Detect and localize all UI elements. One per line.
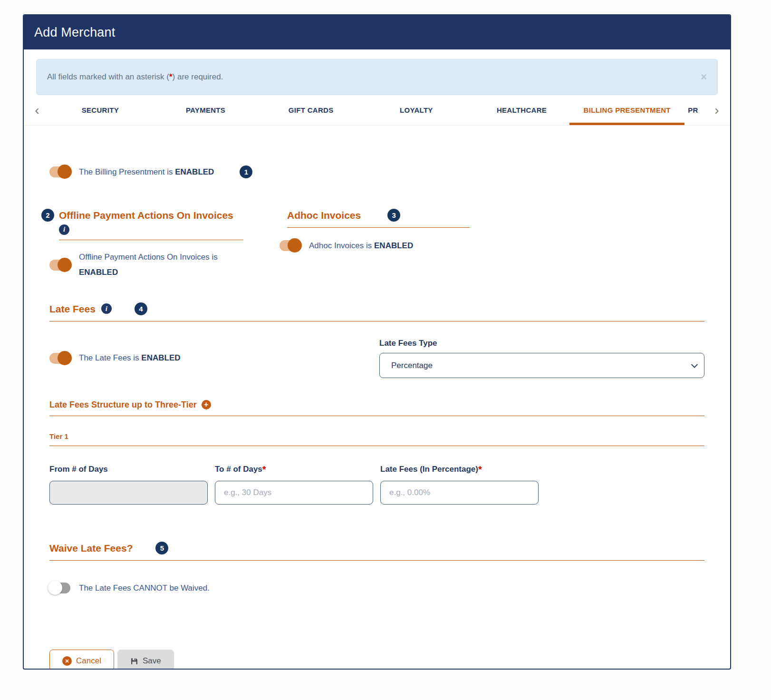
- toggle-label-text: Offline Payment Actions On Invoices is: [79, 253, 218, 262]
- save-button[interactable]: Save: [117, 650, 174, 670]
- modal-header: Add Merchant: [24, 15, 730, 49]
- late-fees-toggle-label: The Late Fees is ENABLED: [79, 353, 181, 363]
- tab-payments[interactable]: PAYMENTS: [153, 95, 259, 125]
- info-icon[interactable]: i: [59, 224, 69, 235]
- tab-gift-cards[interactable]: GIFT CARDS: [258, 95, 364, 125]
- adhoc-section-title: Adhoc Invoices: [287, 209, 361, 222]
- toggle-knob: [58, 351, 72, 365]
- adhoc-invoices-toggle[interactable]: [279, 240, 300, 251]
- late-fees-controls-row: The Late Fees is ENABLED Late Fees Type …: [49, 339, 704, 378]
- required-asterisk: *: [169, 72, 173, 81]
- late-fees-toggle[interactable]: [49, 353, 70, 364]
- required-asterisk: *: [478, 464, 482, 475]
- waive-late-fees-title: Waive Late Fees?: [49, 542, 133, 554]
- step-badge-1: 1: [240, 165, 252, 178]
- tab-bar: ‹ SECURITY PAYMENTS GIFT CARDS LOYALTY H…: [24, 95, 730, 126]
- late-fees-percentage-field: Late Fees (In Percentage)*: [380, 464, 539, 505]
- offline-payment-actions-section: 2 Offline Payment Actions On Invoices i …: [49, 209, 258, 281]
- late-fees-section-header: Late Fees i 4: [49, 302, 704, 321]
- chevron-left-icon[interactable]: ‹: [27, 95, 48, 125]
- offline-toggle-label: Offline Payment Actions On Invoices is E…: [79, 250, 250, 281]
- tab-pr-truncated[interactable]: PR: [680, 95, 706, 125]
- tier-1-header: Tier 1: [49, 432, 704, 446]
- billing-presentment-toggle-label: The Billing Presentment is ENABLED: [79, 167, 214, 177]
- cancel-button-label: Cancel: [76, 656, 101, 666]
- tab-healthcare[interactable]: HEALTHCARE: [469, 95, 575, 125]
- add-tier-icon[interactable]: +: [202, 400, 211, 409]
- offline-adhoc-section: 2 Offline Payment Actions On Invoices i …: [49, 209, 704, 281]
- waive-late-fees-toggle[interactable]: [49, 583, 70, 593]
- required-asterisk: *: [262, 464, 266, 475]
- info-icon[interactable]: i: [101, 303, 112, 314]
- toggle-label-text: Adhoc Invoices is: [309, 241, 372, 250]
- banner-text-prefix: All fields marked with an asterisk (: [47, 72, 169, 81]
- offline-section-header: Offline Payment Actions On Invoices i: [59, 209, 243, 240]
- toggle-state-text: ENABLED: [141, 353, 180, 362]
- toggle-label-text: The Billing Presentment is: [79, 167, 173, 176]
- save-button-label: Save: [143, 656, 161, 666]
- billing-presentment-toggle-row: The Billing Presentment is ENABLED 1: [49, 165, 704, 178]
- banner-message: All fields marked with an asterisk (*) a…: [47, 72, 223, 82]
- waive-late-fees-section-header: Waive Late Fees? 5: [49, 542, 704, 561]
- offline-toggle-row: Offline Payment Actions On Invoices is E…: [49, 250, 258, 281]
- tab-loyalty[interactable]: LOYALTY: [364, 95, 469, 125]
- save-floppy-icon: [130, 657, 138, 665]
- late-fees-type-field: Late Fees Type Percentage: [379, 339, 704, 378]
- late-fees-structure-title: Late Fees Structure up to Three-Tier: [49, 400, 197, 410]
- cancel-x-icon: ✕: [62, 656, 72, 666]
- from-days-label: From # of Days: [49, 464, 208, 475]
- adhoc-invoices-section: Adhoc Invoices 3 Adhoc Invoices is ENABL…: [279, 209, 470, 281]
- late-fees-structure-header: Late Fees Structure up to Three-Tier +: [49, 400, 704, 416]
- step-badge-3: 3: [387, 209, 400, 222]
- toggle-state-text: ENABLED: [374, 241, 413, 250]
- late-fees-type-select[interactable]: Percentage: [379, 353, 704, 378]
- billing-presentment-toggle[interactable]: [49, 166, 70, 177]
- adhoc-toggle-row: Adhoc Invoices is ENABLED: [279, 240, 470, 251]
- to-days-field: To # of Days*: [215, 464, 373, 505]
- toggle-knob: [48, 581, 62, 595]
- required-fields-banner: All fields marked with an asterisk (*) a…: [36, 59, 718, 95]
- cancel-button[interactable]: ✕ Cancel: [49, 650, 114, 670]
- waive-toggle-row: The Late Fees CANNOT be Waived.: [49, 583, 704, 593]
- chevron-right-icon[interactable]: ›: [706, 95, 727, 125]
- tab-billing-presentment[interactable]: BILLING PRESENTMENT: [574, 95, 680, 125]
- toggle-state-text: ENABLED: [175, 167, 214, 176]
- toggle-knob: [58, 258, 72, 272]
- tier-1-label: Tier 1: [49, 432, 68, 440]
- late-fees-type-label: Late Fees Type: [379, 339, 704, 348]
- close-icon[interactable]: ×: [701, 72, 707, 82]
- modal-footer: ✕ Cancel Save: [49, 650, 704, 670]
- page-title: Add Merchant: [34, 25, 116, 40]
- tier-1-fields-row: From # of Days To # of Days* Late Fees (…: [49, 464, 704, 505]
- late-fees-toggle-row: The Late Fees is ENABLED: [49, 339, 379, 378]
- tab-panel-billing-presentment: The Billing Presentment is ENABLED 1 2 O…: [24, 165, 730, 670]
- offline-payment-actions-toggle[interactable]: [49, 260, 70, 271]
- step-badge-2: 2: [41, 209, 54, 222]
- from-days-field: From # of Days: [49, 464, 208, 505]
- toggle-knob: [288, 238, 302, 253]
- late-fees-percentage-input[interactable]: [380, 481, 539, 505]
- toggle-knob: [58, 165, 72, 179]
- toggle-label-text: The Late Fees is: [79, 353, 139, 362]
- add-merchant-modal: Add Merchant All fields marked with an a…: [23, 14, 731, 670]
- step-badge-5: 5: [155, 542, 168, 554]
- from-days-input: [49, 481, 208, 505]
- to-days-label: To # of Days*: [215, 464, 373, 475]
- adhoc-section-header: Adhoc Invoices 3: [287, 209, 470, 228]
- tab-security[interactable]: SECURITY: [48, 95, 153, 125]
- late-fees-section-title: Late Fees: [49, 302, 96, 315]
- waive-toggle-label: The Late Fees CANNOT be Waived.: [79, 583, 210, 593]
- toggle-state-text: ENABLED: [79, 268, 118, 277]
- late-fees-percentage-label: Late Fees (In Percentage)*: [380, 464, 539, 475]
- to-days-input[interactable]: [215, 481, 373, 505]
- step-badge-4: 4: [135, 302, 147, 315]
- adhoc-toggle-label: Adhoc Invoices is ENABLED: [309, 241, 413, 251]
- offline-section-title: Offline Payment Actions On Invoices i: [59, 210, 233, 233]
- banner-text-suffix: ) are required.: [173, 72, 223, 81]
